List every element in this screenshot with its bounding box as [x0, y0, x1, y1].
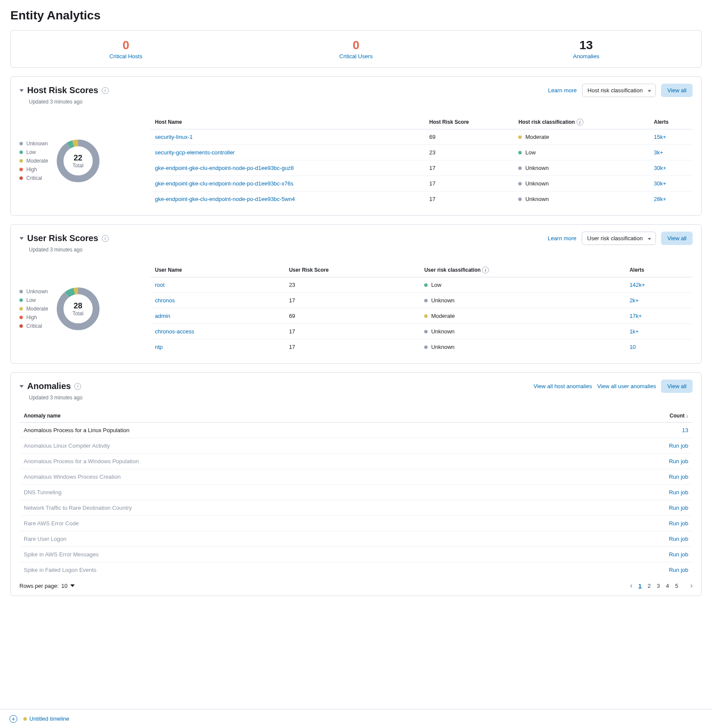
- alerts-link[interactable]: 17k+: [630, 313, 642, 319]
- info-icon[interactable]: i: [74, 383, 81, 390]
- table-row: gke-endpoint-gke-clu-endpoint-node-po-d1…: [151, 191, 693, 207]
- low-dot-icon: [424, 283, 428, 287]
- info-icon[interactable]: i: [577, 119, 583, 126]
- alerts-link[interactable]: 30k+: [654, 165, 666, 171]
- legend-label: Unknown: [26, 141, 48, 147]
- view-all-button[interactable]: View all: [661, 380, 693, 393]
- risk-class-cell: Unknown: [424, 328, 621, 335]
- run-job-link[interactable]: Run job: [669, 520, 688, 527]
- high-dot-icon: [19, 168, 23, 171]
- risk-score-cell: 69: [285, 308, 420, 324]
- entity-name-link[interactable]: gke-endpoint-gke-clu-endpoint-node-po-d1…: [155, 180, 293, 187]
- col-host-name[interactable]: Host Name: [151, 115, 425, 129]
- alerts-link[interactable]: 15k+: [654, 134, 666, 140]
- table-row: chronos-access 17 Unknown 1k+: [151, 324, 693, 339]
- run-job-link[interactable]: Run job: [669, 458, 688, 464]
- col-user-score[interactable]: User Risk Score: [285, 263, 420, 277]
- anomaly-name-cell: Anomalous Process for a Linux Population: [19, 423, 568, 438]
- kpi-label[interactable]: Critical Hosts: [11, 53, 241, 60]
- risk-score-cell: 17: [285, 324, 420, 339]
- chevron-down-icon[interactable]: [19, 237, 24, 240]
- chevron-down-icon[interactable]: [19, 89, 24, 92]
- learn-more-link[interactable]: Learn more: [548, 87, 577, 94]
- unknown-dot-icon: [518, 182, 522, 185]
- alerts-link[interactable]: 2k+: [630, 297, 639, 304]
- moderate-dot-icon: [19, 307, 23, 311]
- pager-page[interactable]: 2: [648, 583, 651, 589]
- host-updated-text: Updated 3 minutes ago: [11, 99, 701, 110]
- alerts-link[interactable]: 10: [630, 344, 636, 350]
- entity-name-link[interactable]: root: [155, 282, 164, 288]
- col-user-class[interactable]: User risk classification i: [420, 263, 625, 277]
- alerts-link[interactable]: 1k+: [630, 328, 639, 335]
- unknown-dot-icon: [424, 345, 428, 349]
- pagination: ‹ 12345 ›: [630, 582, 693, 590]
- user-risk-title: User Risk Scores: [27, 233, 98, 243]
- entity-name-link[interactable]: security-linux-1: [155, 134, 192, 140]
- entity-name-link[interactable]: gke-endpoint-gke-clu-endpoint-node-po-d1…: [155, 165, 294, 171]
- pager-prev[interactable]: ‹: [630, 582, 632, 590]
- pager-page[interactable]: 5: [675, 583, 678, 589]
- info-icon[interactable]: i: [102, 235, 109, 242]
- run-job-link[interactable]: Run job: [669, 505, 688, 511]
- entity-name-link[interactable]: chronos: [155, 297, 175, 304]
- table-row: Anomalous Windows Process Creation Run j…: [19, 469, 693, 485]
- entity-name-link[interactable]: security-gcp-elements-controller: [155, 149, 235, 156]
- view-user-anomalies-link[interactable]: View all user anomalies: [597, 383, 656, 389]
- pager-page[interactable]: 1: [639, 583, 642, 589]
- run-job-link[interactable]: Run job: [669, 536, 688, 542]
- alerts-link[interactable]: 28k+: [654, 196, 666, 202]
- rows-per-page-select[interactable]: Rows per page: 10: [19, 583, 75, 589]
- entity-name-link[interactable]: gke-endpoint-gke-clu-endpoint-node-po-d1…: [155, 196, 295, 202]
- risk-class-cell: Moderate: [424, 313, 621, 319]
- user-classification-select[interactable]: User risk classification: [582, 232, 656, 245]
- legend-label: Critical: [26, 323, 42, 329]
- user-risk-panel: User Risk Scores i Learn more User risk …: [10, 224, 702, 364]
- host-classification-select[interactable]: Host risk classification: [582, 84, 656, 97]
- col-anomaly-name[interactable]: Anomaly name: [19, 409, 568, 423]
- chevron-down-icon[interactable]: [19, 385, 24, 388]
- legend-label: High: [26, 166, 37, 173]
- pager-page[interactable]: 4: [666, 583, 669, 589]
- info-icon[interactable]: i: [482, 267, 489, 273]
- col-user-alerts[interactable]: Alerts: [625, 263, 693, 277]
- kpi-label[interactable]: Critical Users: [241, 53, 471, 60]
- table-row: admin 69 Moderate 17k+: [151, 308, 693, 324]
- run-job-link[interactable]: Run job: [669, 474, 688, 480]
- pager-page[interactable]: 3: [657, 583, 660, 589]
- entity-name-link[interactable]: chronos-access: [155, 328, 194, 335]
- legend-label: Moderate: [26, 158, 48, 164]
- run-job-link[interactable]: Run job: [669, 551, 688, 558]
- entity-name-link[interactable]: ntp: [155, 344, 163, 350]
- table-row: Network Traffic to Rare Destination Coun…: [19, 500, 693, 516]
- pager-next[interactable]: ›: [690, 582, 693, 590]
- alerts-link[interactable]: 30k+: [654, 180, 666, 187]
- run-job-link[interactable]: Run job: [669, 489, 688, 496]
- legend-label: High: [26, 314, 37, 320]
- run-job-link[interactable]: Run job: [669, 442, 688, 449]
- col-anomaly-count[interactable]: Count↓: [568, 409, 693, 423]
- alerts-link[interactable]: 142k+: [630, 282, 645, 288]
- low-dot-icon: [19, 298, 23, 302]
- kpi-value: 13: [471, 38, 701, 52]
- anomaly-count-link[interactable]: 13: [682, 427, 688, 433]
- col-host-alerts[interactable]: Alerts: [649, 115, 693, 129]
- view-host-anomalies-link[interactable]: View all host anomalies: [533, 383, 592, 389]
- col-host-score[interactable]: Host Risk Score: [425, 115, 514, 129]
- info-icon[interactable]: i: [102, 87, 109, 94]
- run-job-link[interactable]: Run job: [669, 567, 688, 573]
- view-all-button[interactable]: View all: [661, 232, 693, 245]
- host-donut-total: 22: [74, 154, 82, 163]
- kpi-label[interactable]: Anomalies: [471, 53, 701, 60]
- learn-more-link[interactable]: Learn more: [548, 235, 576, 242]
- risk-score-cell: 17: [425, 160, 514, 176]
- alerts-link[interactable]: 3k+: [654, 149, 663, 156]
- low-dot-icon: [518, 151, 522, 154]
- entity-name-link[interactable]: admin: [155, 313, 170, 319]
- unknown-dot-icon: [424, 299, 428, 302]
- anomaly-name-cell: Rare AWS Error Code: [19, 516, 568, 531]
- view-all-button[interactable]: View all: [661, 84, 693, 97]
- col-host-class[interactable]: Host risk classification i: [514, 115, 649, 129]
- col-user-name[interactable]: User Name: [151, 263, 285, 277]
- table-row: Rare User Logon Run job: [19, 531, 693, 547]
